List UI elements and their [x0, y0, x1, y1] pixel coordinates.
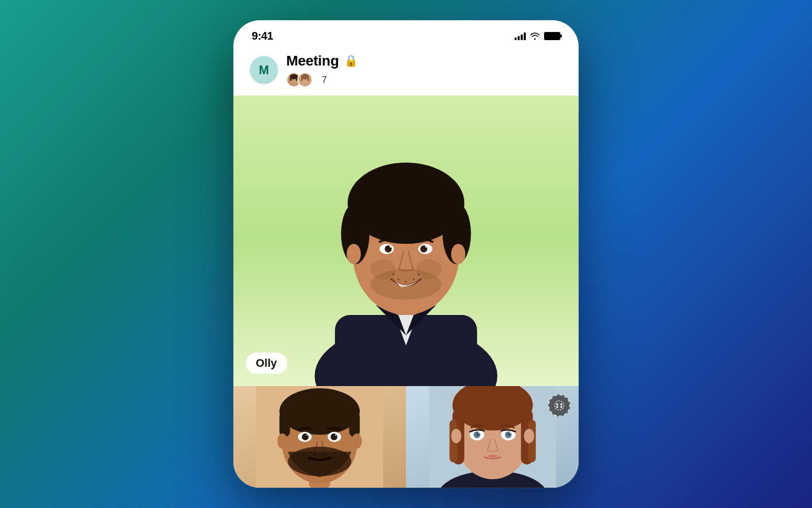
meeting-title-row: Meeting 🔒 [286, 53, 358, 69]
status-bar: 9:41 [233, 20, 579, 47]
signal-bar-3 [521, 35, 523, 40]
svg-point-75 [478, 432, 480, 434]
signal-icon [515, 32, 526, 40]
thumbnail-left[interactable] [233, 386, 406, 488]
phone-frame: 9:41 M Meeting 🔒 [233, 20, 579, 488]
svg-point-36 [416, 259, 442, 279]
svg-point-83 [556, 403, 558, 405]
svg-rect-50 [280, 411, 290, 437]
svg-point-45 [451, 244, 465, 264]
participant-avatar-2 [297, 72, 313, 87]
svg-point-55 [307, 434, 308, 436]
svg-point-25 [365, 200, 384, 218]
main-video-container[interactable]: Olly [233, 96, 579, 386]
svg-point-53 [302, 433, 309, 440]
call-title-row: M Meeting 🔒 [250, 53, 562, 87]
svg-point-86 [560, 406, 562, 408]
avatar-letter: M [259, 63, 269, 77]
meeting-info: Meeting 🔒 [286, 53, 358, 87]
signal-bar-1 [515, 38, 517, 40]
svg-point-79 [509, 432, 511, 434]
svg-point-80 [451, 429, 461, 443]
svg-point-59 [335, 434, 336, 436]
svg-point-84 [560, 403, 562, 405]
svg-point-41 [413, 278, 415, 280]
svg-point-38 [397, 278, 399, 280]
thumbnail-left-face [233, 386, 406, 488]
svg-point-33 [425, 246, 427, 248]
svg-point-61 [277, 433, 287, 449]
svg-point-85 [556, 406, 558, 408]
wifi-icon [530, 32, 540, 40]
signal-bar-2 [518, 36, 520, 40]
thumbnail-right[interactable] [406, 386, 579, 488]
svg-point-24 [430, 198, 448, 216]
svg-point-35 [370, 259, 396, 279]
svg-point-49 [280, 388, 360, 435]
status-time: 9:41 [252, 29, 273, 43]
svg-rect-8 [301, 78, 302, 81]
meeting-title: Meeting [286, 53, 339, 69]
svg-point-37 [392, 273, 394, 275]
svg-point-29 [390, 246, 391, 248]
call-header: M Meeting 🔒 [233, 47, 579, 96]
thumbnails-row [233, 386, 579, 488]
svg-point-81 [524, 429, 534, 443]
signal-bar-4 [524, 33, 526, 40]
action-button[interactable] [548, 394, 570, 417]
speaker-name-label: Olly [246, 353, 287, 374]
svg-point-43 [405, 281, 407, 283]
svg-point-40 [418, 273, 420, 275]
svg-point-57 [330, 433, 337, 440]
main-speaker-face [304, 96, 507, 386]
svg-point-39 [390, 278, 392, 280]
participant-avatars [286, 72, 313, 87]
svg-point-82 [555, 401, 564, 410]
participants-row: 7 [286, 72, 358, 87]
svg-rect-3 [290, 78, 291, 81]
action-dots-icon [554, 400, 565, 411]
main-speaker-video: Olly [233, 96, 579, 386]
svg-point-62 [352, 433, 362, 449]
participant-count: 7 [322, 75, 327, 85]
meeting-avatar: M [250, 56, 278, 84]
battery-icon [544, 32, 560, 40]
svg-rect-9 [307, 78, 309, 81]
svg-rect-51 [349, 411, 360, 437]
lock-icon: 🔒 [344, 54, 358, 68]
svg-point-42 [420, 278, 422, 280]
status-icons [515, 32, 560, 40]
svg-point-44 [347, 244, 361, 264]
